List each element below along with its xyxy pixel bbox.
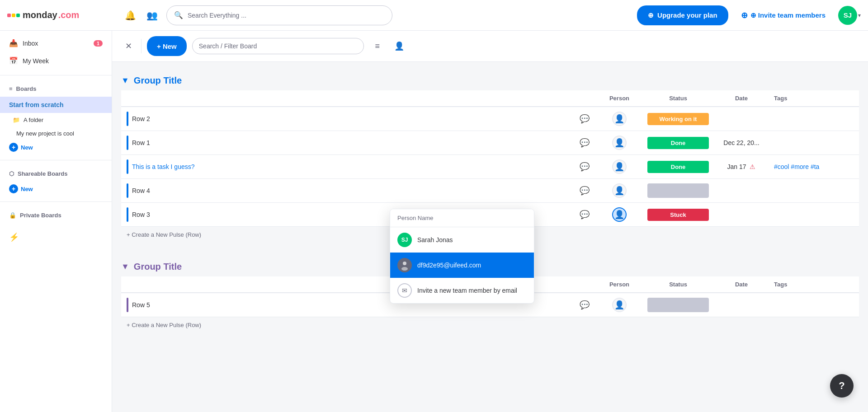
notification-button[interactable]: 🔔 [121,6,139,24]
group-1-title[interactable]: Group Title [134,75,182,86]
status-cell[interactable]: Done [642,131,714,155]
status-cell[interactable] [642,293,714,317]
date-cell[interactable]: Dec 22, 20... [714,131,769,155]
filter-icon-button[interactable]: ≡ [369,38,386,54]
date-cell[interactable] [714,203,769,227]
search-input[interactable] [188,12,385,19]
project-label: My new project is cool [16,130,74,137]
logo-sq-yellow [12,14,15,17]
lightning-button[interactable]: ⚡ [0,227,112,248]
task-name[interactable]: Row 4 [132,187,150,194]
status-empty [647,183,709,198]
tags-cell [769,107,859,131]
folder-icon: 📁 [13,117,20,123]
tags-cell [769,293,859,317]
dropdown-item-invite[interactable]: ✉ Invite a new team member by email [390,278,534,303]
status-cell[interactable] [642,179,714,203]
close-button[interactable]: ✕ [121,39,136,53]
person-cell[interactable]: 👤 [597,107,642,131]
col-header-status: Status [642,90,714,107]
group-2-title[interactable]: Group Title [134,262,182,272]
comment-icon: 💬 [580,300,590,309]
group-1-arrow-icon[interactable]: ▼ [121,76,129,85]
upgrade-label: Upgrade your plan [657,11,717,19]
person-cell-highlight[interactable]: 👤 [597,203,642,227]
boards-label: Boards [16,85,37,92]
comment-cell[interactable]: 💬 [574,203,597,227]
inbox-icon: 📥 [9,39,18,47]
task-name[interactable]: Row 1 [132,139,150,146]
lightning-icon: ⚡ [9,233,19,242]
filter-search-input[interactable] [192,38,364,54]
person-cell[interactable]: 👤 [597,131,642,155]
date-value: Jan 17 [727,163,746,170]
sidebar-folder-item[interactable]: 📁 A folder [0,113,112,127]
person-cell[interactable]: 👤 [597,179,642,203]
sidebar-new-button-1[interactable]: + New [0,140,112,154]
person-cell[interactable]: 👤 [597,155,642,179]
dropdown-item-anon[interactable]: df9d2e95@uifeed.com [390,253,534,278]
date-cell[interactable] [714,293,769,317]
sidebar-private-header[interactable]: 🔒 Private Boards [0,207,112,223]
comment-icon: 💬 [580,210,590,219]
row-indicator [127,298,128,312]
help-button[interactable]: ? [830,374,854,398]
close-icon: ✕ [125,41,132,51]
task-cell: Row 1 [121,131,574,155]
dropdown-header: Person Name [390,209,534,227]
comment-cell[interactable]: 💬 [574,131,597,155]
status-cell[interactable]: Stuck [642,203,714,227]
sidebar-item-scratch[interactable]: Start from scratch [0,97,112,113]
status-cell[interactable]: Done [642,155,714,179]
group-2-arrow-icon[interactable]: ▼ [121,262,129,272]
comment-cell[interactable]: 💬 [574,293,597,317]
avatar: SJ [838,6,857,25]
col-header-status-2: Status [642,276,714,293]
tag-ta[interactable]: #ta [811,163,819,170]
comment-cell[interactable]: 💬 [574,179,597,203]
task-name[interactable]: Row 3 [132,211,150,218]
date-cell[interactable]: Jan 17 ⚠ [714,155,769,179]
col-header-date: Date [714,90,769,107]
sidebar-item-inbox[interactable]: 📥 Inbox 1 [0,34,112,52]
comment-icon: 💬 [580,186,590,195]
tag-more[interactable]: #more [791,163,809,170]
create-row-2[interactable]: + Create a New Pulse (Row) [121,317,859,333]
people-button[interactable]: 👥 [143,6,161,24]
upgrade-button[interactable]: ⊕ Upgrade your plan [637,5,728,25]
inbox-badge: 1 [94,40,103,47]
status-cell[interactable]: Working on it [642,107,714,131]
sidebar-shareable-header[interactable]: ⬡ Shareable Boards [0,166,112,182]
group-1-table-header: Person Status Date Tags [121,90,859,107]
logo-com-text: .com [58,10,80,20]
task-name[interactable]: Row 2 [132,115,150,122]
nav-icons: 🔔 👥 [121,6,161,24]
folder-label: A folder [24,117,43,123]
global-search-bar[interactable]: 🔍 [166,5,392,25]
new-board-button[interactable]: + New [147,36,187,56]
tag-cool[interactable]: #cool [774,163,789,170]
person-filter-button[interactable]: 👤 [391,38,407,54]
person-avatar: 👤 [612,298,627,312]
person-avatar: 👤 [612,136,627,150]
invite-button[interactable]: ⊕ ⊕ Invite team members [734,10,833,20]
filter-icon: ≡ [375,42,380,51]
sidebar-boards-header[interactable]: ≡ Boards [0,81,112,97]
plus-circle-icon: + [9,143,18,152]
date-cell[interactable] [714,179,769,203]
sidebar-item-myweek[interactable]: 📅 My Week [0,52,112,70]
dropdown-item-sarah[interactable]: SJ Sarah Jonas [390,227,534,253]
user-avatar-wrap[interactable]: SJ ▾ [838,6,861,25]
create-row-label-2[interactable]: + Create a New Pulse (Row) [121,317,859,333]
monday-logo[interactable]: monday.com [7,10,79,20]
comment-cell[interactable]: 💬 [574,155,597,179]
task-name-link[interactable]: This is a task I guess? [132,163,195,170]
task-name[interactable]: Row 5 [132,301,150,309]
col-header-person-2: Person [597,276,642,293]
date-cell[interactable] [714,107,769,131]
row-indicator [127,207,128,222]
comment-cell[interactable]: 💬 [574,107,597,131]
sidebar-project-item[interactable]: My new project is cool [0,127,112,140]
person-cell[interactable]: 👤 [597,293,642,317]
sidebar-new-button-2[interactable]: + New [0,182,112,196]
